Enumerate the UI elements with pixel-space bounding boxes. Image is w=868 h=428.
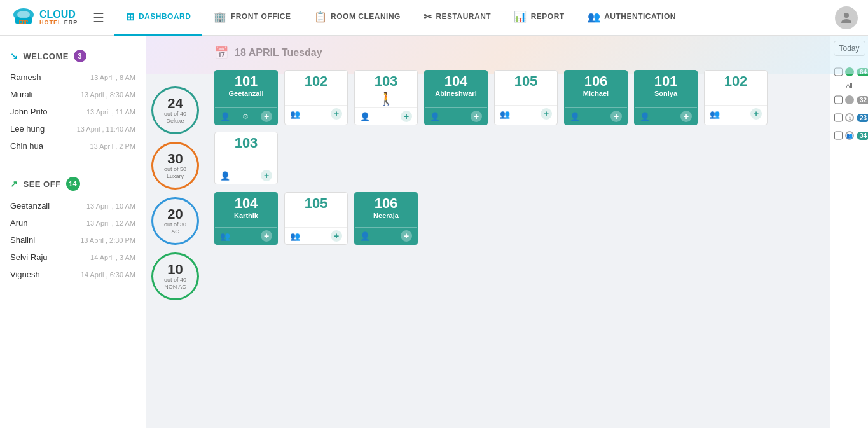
filter-checkbox-all[interactable] [834, 67, 843, 76]
room-person-icon: 🚶 [355, 90, 417, 107]
list-item[interactable]: Lee hung 13 April , 11:40 AM [0, 120, 146, 137]
filter-row-gray: 32 [830, 93, 868, 107]
room-card[interactable]: 101 Soniya 👤 + [634, 70, 698, 125]
hamburger-icon[interactable]: ☰ [93, 10, 104, 25]
date-header: 📅 18 APRIL Tuesday [214, 46, 820, 60]
room-card[interactable]: 103 👤 + [214, 132, 278, 184]
room-footer: 👥 + [285, 105, 347, 122]
room-cleaning-icon: 📋 [314, 11, 327, 23]
seeoff-title: SEE OFF [24, 179, 61, 189]
guest-name: Michael [565, 90, 627, 100]
guest-name: Geetanzali [215, 90, 277, 100]
persons-icon: 👥 [290, 109, 300, 119]
room-card[interactable]: 105 👥 + [284, 192, 348, 245]
filter-dot-all [845, 67, 854, 76]
logo: ERP CLOUD HOTEL ERP [10, 6, 78, 30]
list-item[interactable]: Vignesh 14 April , 6:30 AM [0, 266, 146, 283]
list-item[interactable]: Murali 13 April , 8:30 AM [0, 86, 146, 103]
person-icon: 👤 [220, 171, 230, 181]
guest-name: Neeraja [355, 212, 417, 222]
restaurant-icon: ✂ [424, 11, 432, 23]
welcome-section: ↘ WELCOME 3 Ramesh 13 April , 8 AM Mural… [0, 43, 146, 155]
room-header: 104 [215, 193, 277, 212]
room-header: 105 [285, 193, 347, 212]
person-icon: 👤 [640, 112, 650, 121]
room-header: 103 [215, 132, 277, 151]
guest-name: Soniya [635, 90, 697, 100]
welcome-title: WELCOME [24, 52, 69, 61]
seeoff-section: ↗ SEE OFF 14 Geetanzali 13 April , 10 AM… [0, 170, 146, 283]
room-footer: 👤 + [425, 107, 487, 125]
stat-circle-ac: 20 out of 30 AC [151, 197, 199, 245]
person-icon: 👤 [360, 112, 370, 121]
room-card[interactable]: 106 Michael 👤 + [564, 70, 628, 125]
room-header: 101 [635, 71, 697, 90]
add-button[interactable]: + [680, 111, 692, 122]
add-button[interactable]: + [401, 111, 412, 122]
room-card[interactable]: 104 Karthik 👥 + [214, 192, 278, 245]
filter-checkbox-gray[interactable] [834, 95, 843, 104]
nav-item-room-cleaning[interactable]: 📋 ROOM CLEANING [303, 0, 412, 36]
list-item[interactable]: Selvi Raju 14 April , 3 AM [0, 249, 146, 266]
list-item[interactable]: Chin hua 13 April , 2 PM [0, 137, 146, 155]
auth-icon: 👥 [588, 11, 601, 23]
nav-item-report[interactable]: 📊 REPORT [502, 0, 576, 36]
room-card[interactable]: 103 🚶 👤 + [354, 70, 418, 125]
filter-checkbox-teal[interactable] [834, 131, 843, 140]
add-button[interactable]: + [261, 111, 272, 122]
list-item[interactable]: John Prito 13 April , 11 AM [0, 103, 146, 120]
nav-item-authentication[interactable]: 👥 AUTHENTICATION [576, 0, 687, 36]
room-header: 105 [495, 71, 557, 90]
list-item[interactable]: Arun 13 April , 12 AM [0, 214, 146, 231]
filter-row-teal: 👥 34 [830, 128, 868, 142]
seeoff-header: ↗ SEE OFF 14 [0, 170, 146, 197]
welcome-arrow-icon: ↘ [10, 51, 18, 61]
room-header: 104 [425, 71, 487, 90]
list-item[interactable]: Shalini 13 April , 2:30 PM [0, 231, 146, 249]
filter-checkbox-blue[interactable] [834, 113, 843, 122]
add-button[interactable]: + [471, 111, 482, 122]
room-card[interactable]: 106 Neeraja 👤 + [354, 192, 418, 245]
add-button[interactable]: + [261, 230, 272, 242]
person-icon: 👤 [430, 112, 440, 121]
room-card[interactable]: 102 👥 + [704, 70, 768, 125]
nav-item-dashboard[interactable]: ⊞ DASHBOARD [114, 0, 202, 36]
right-panel: Today 64 All 32 ℹ 23 [830, 36, 868, 428]
add-button[interactable]: + [541, 108, 552, 120]
stats-area: 24 out of 40 Deluxe 30 out of 50 Luxary … [146, 36, 204, 428]
user-avatar[interactable] [835, 6, 858, 29]
content-inner: 📅 18 APRIL Tuesday 101 Geetanzali 👤 ⚙ [204, 36, 830, 255]
room-header: 106 [355, 193, 417, 212]
add-button[interactable]: + [261, 170, 272, 181]
list-item[interactable]: Geetanzali 13 April , 10 AM [0, 197, 146, 214]
nav-item-front-office[interactable]: 🏢 FRONT OFFICE [202, 0, 302, 36]
rooms-row-1: 101 Geetanzali 👤 ⚙ + 102 [214, 70, 820, 184]
filter-count-all: 64 [857, 68, 868, 76]
add-button[interactable]: + [610, 111, 622, 122]
rooms-row-2: 104 Karthik 👥 + 105 [214, 192, 820, 245]
settings-icon: ⚙ [242, 113, 249, 121]
persons-icon: 👥 [710, 109, 720, 119]
room-footer: 👤 ⚙ + [215, 107, 277, 125]
logo-hotel: HOTEL ERP [39, 20, 78, 26]
add-button[interactable]: + [331, 108, 342, 120]
add-button[interactable]: + [401, 230, 412, 242]
list-item[interactable]: Ramesh 13 April , 8 AM [0, 69, 146, 86]
nav-item-restaurant[interactable]: ✂ RESTAURANT [412, 0, 502, 36]
room-card[interactable]: 104 Abineshwari 👤 + [424, 70, 488, 125]
filter-count-teal: 34 [857, 132, 868, 140]
persons-icon: 👥 [290, 231, 300, 241]
content-wrapper: 24 out of 40 Deluxe 30 out of 50 Luxary … [146, 36, 868, 428]
room-footer: 👤 + [565, 107, 627, 125]
today-button[interactable]: Today [834, 41, 865, 56]
add-button[interactable]: + [750, 108, 762, 120]
room-card[interactable]: 102 👥 + [284, 70, 348, 125]
room-card[interactable]: 101 Geetanzali 👤 ⚙ + [214, 70, 278, 125]
filter-row-blue: ℹ 23 [830, 111, 868, 125]
room-card[interactable]: 105 👥 + [494, 70, 558, 125]
add-button[interactable]: + [331, 230, 342, 242]
persons-icon: 👥 [220, 231, 230, 241]
person-icon: 👤 [220, 112, 230, 121]
room-footer: 👤 + [635, 107, 697, 125]
room-header: 101 [215, 71, 277, 90]
